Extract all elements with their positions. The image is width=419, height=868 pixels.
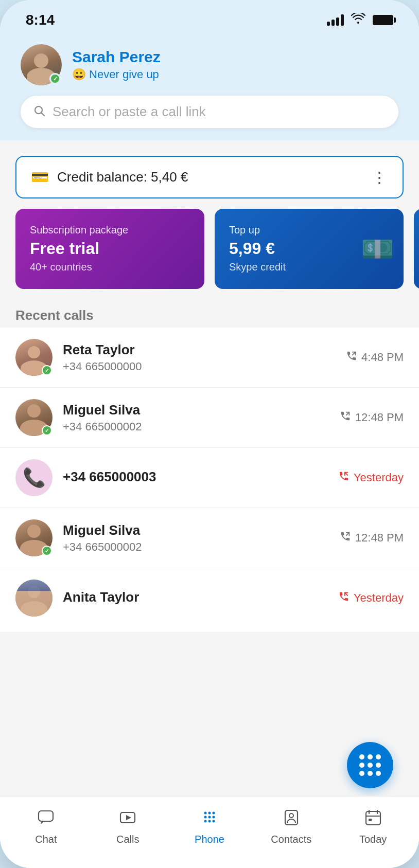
cash-icon: 💵 [361, 233, 394, 265]
call-timestamp: Yesterday [354, 591, 404, 605]
calls-icon [119, 809, 136, 830]
call-item[interactable]: 📞 +34 665000003 Yesterday [0, 448, 419, 508]
nav-item-chat[interactable]: Chat [5, 809, 87, 845]
phone-frame: 8:14 [0, 0, 419, 868]
call-avatar-reta [15, 339, 53, 376]
promo-card-topup[interactable]: Top up 5,99 € Skype credit 💵 [215, 209, 404, 289]
svg-point-7 [212, 812, 215, 815]
call-timestamp: 4:48 PM [361, 351, 404, 364]
main-content: 💳 Credit balance: 5,40 € ⋮ Subscription … [0, 140, 419, 818]
header: Sarah Perez 😀 Never give up Search or pa… [0, 36, 419, 140]
svg-rect-20 [369, 819, 372, 821]
nav-item-contacts[interactable]: Contacts [250, 809, 332, 845]
dialpad-fab-button[interactable] [347, 742, 393, 788]
more-options-button[interactable]: ⋮ [372, 168, 388, 186]
online-dot [42, 365, 52, 375]
call-avatar-anita [15, 580, 53, 617]
credit-balance: Credit balance: 5,40 € [57, 169, 188, 185]
status-icons [327, 13, 393, 27]
chat-icon [37, 809, 55, 830]
svg-line-1 [42, 113, 45, 116]
wifi-icon [351, 13, 365, 27]
call-info: Miguel Silva +34 665000002 [63, 522, 329, 554]
svg-point-15 [289, 813, 293, 818]
contacts-icon [283, 809, 300, 830]
call-info: Reta Taylor +34 665000000 [63, 342, 336, 373]
online-dot [42, 546, 52, 556]
profile-info: Sarah Perez 😀 Never give up [72, 48, 398, 81]
call-avatar-unknown: 📞 [15, 459, 53, 496]
call-number: +34 665000002 [63, 420, 329, 433]
status-time: 8:14 [26, 12, 55, 28]
promo-cards: Subscription package Free trial 40+ coun… [0, 209, 419, 299]
svg-point-9 [208, 816, 211, 819]
nav-label-calls: Calls [116, 834, 139, 845]
incoming-call-icon [340, 410, 351, 425]
call-info: Anita Taylor [63, 589, 328, 607]
svg-marker-4 [126, 815, 131, 820]
avatar[interactable] [21, 44, 62, 85]
call-time-missed: Yesterday [338, 471, 404, 485]
phone-dialpad-icon [201, 809, 218, 830]
call-info: Miguel Silva +34 665000002 [63, 402, 329, 433]
search-icon [33, 104, 45, 120]
call-timestamp: 12:48 PM [355, 531, 404, 545]
svg-point-11 [204, 820, 206, 823]
dialpad-icon [355, 750, 385, 780]
credit-card[interactable]: 💳 Credit balance: 5,40 € ⋮ [15, 156, 404, 198]
call-timestamp: 12:48 PM [355, 411, 404, 424]
call-avatar-miguel [15, 399, 53, 436]
today-icon [364, 809, 382, 830]
search-bar[interactable]: Search or paste a call link [21, 96, 398, 128]
profile-name: Sarah Perez [72, 48, 398, 66]
svg-point-10 [212, 816, 215, 819]
call-number: +34 665000002 [63, 540, 329, 554]
call-time: 4:48 PM [346, 350, 404, 365]
call-time-missed: Yesterday [338, 591, 404, 605]
call-item[interactable]: Miguel Silva +34 665000002 12:48 PM [0, 388, 419, 448]
svg-point-8 [204, 816, 206, 819]
missed-call-icon [338, 471, 350, 485]
nav-label-contacts: Contacts [271, 834, 311, 845]
credit-card-left: 💳 Credit balance: 5,40 € [31, 169, 188, 186]
call-timestamp: Yesterday [354, 471, 404, 484]
battery-icon [373, 15, 393, 25]
promo-card-partial[interactable]: T1S [414, 209, 419, 289]
promo-card-subscription[interactable]: Subscription package Free trial 40+ coun… [15, 209, 204, 289]
nav-item-phone[interactable]: Phone [169, 809, 251, 845]
incoming-call-icon [346, 350, 357, 365]
call-name: Reta Taylor [63, 342, 336, 358]
nav-item-today[interactable]: Today [332, 809, 414, 845]
search-input[interactable]: Search or paste a call link [53, 104, 386, 120]
nav-item-calls[interactable]: Calls [87, 809, 169, 845]
call-info: +34 665000003 [63, 469, 328, 487]
missed-call-icon [338, 591, 350, 605]
call-number-large: +34 665000003 [63, 469, 328, 485]
profile-row: Sarah Perez 😀 Never give up [21, 44, 398, 85]
svg-point-12 [208, 820, 211, 823]
call-list: Reta Taylor +34 665000000 4:48 PM [0, 328, 419, 632]
call-time: 12:48 PM [340, 410, 404, 425]
call-item[interactable]: Miguel Silva +34 665000002 12:48 PM [0, 508, 419, 568]
promo-desc-1: 40+ countries [30, 261, 190, 273]
call-number: +34 665000000 [63, 360, 336, 373]
svg-point-5 [204, 812, 206, 815]
status-bar: 8:14 [0, 0, 419, 36]
call-avatar-miguel2 [15, 519, 53, 556]
promo-subtitle-1: Subscription package [30, 224, 190, 236]
online-indicator [49, 73, 61, 84]
profile-status: 😀 Never give up [72, 68, 398, 81]
online-dot [42, 425, 52, 436]
call-item[interactable]: Reta Taylor +34 665000000 4:48 PM [0, 328, 419, 388]
phone-avatar-icon: 📞 [23, 467, 46, 489]
call-item[interactable]: Anita Taylor Yesterday [0, 568, 419, 632]
bottom-nav: Chat Calls [0, 796, 419, 868]
promo-title-1: Free trial [30, 239, 190, 258]
call-name: Miguel Silva [63, 522, 329, 538]
call-time: 12:48 PM [340, 531, 404, 545]
credit-icon: 💳 [31, 169, 49, 186]
incoming-call-icon [340, 531, 351, 545]
svg-point-6 [208, 812, 211, 815]
nav-label-chat: Chat [35, 834, 57, 845]
svg-rect-16 [366, 811, 380, 825]
